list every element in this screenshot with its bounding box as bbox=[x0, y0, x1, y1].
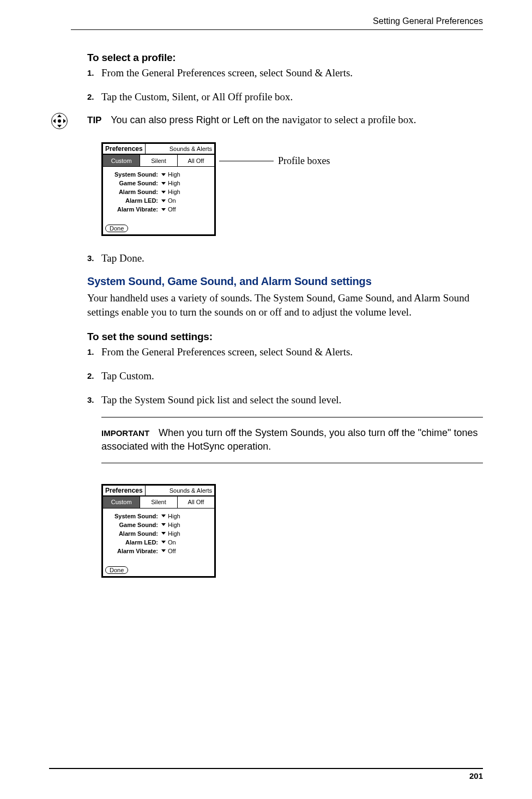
step-number: 2. bbox=[87, 369, 101, 383]
setting-value[interactable]: High bbox=[168, 530, 180, 537]
dropdown-icon[interactable] bbox=[161, 208, 166, 211]
running-header: Setting General Preferences bbox=[71, 16, 483, 30]
setting-label: System Sound: bbox=[106, 513, 158, 519]
screenshot-sounds-alerts: Preferences Sounds & Alerts Custom Silen… bbox=[101, 142, 216, 236]
setting-label: Alarm Vibrate: bbox=[106, 206, 158, 213]
dropdown-icon[interactable] bbox=[161, 541, 166, 543]
mockup-screen-title: Sounds & Alerts bbox=[146, 146, 214, 152]
page-footer: 201 bbox=[49, 768, 483, 780]
setting-value[interactable]: Off bbox=[168, 548, 176, 554]
important-label: IMPORTANT bbox=[101, 428, 149, 438]
tab-all-off[interactable]: All Off bbox=[178, 155, 214, 166]
setting-value[interactable]: On bbox=[168, 539, 176, 546]
navigator-icon bbox=[51, 113, 68, 129]
done-button[interactable]: Done bbox=[105, 225, 128, 232]
tab-silent[interactable]: Silent bbox=[140, 497, 177, 508]
page-number: 201 bbox=[469, 771, 483, 780]
section-heading-sound-settings: System Sound, Game Sound, and Alarm Soun… bbox=[87, 275, 483, 288]
tip-text: TIP You can also press Right or Left on … bbox=[87, 114, 416, 126]
procedure-heading-set-sound: To set the sound settings: bbox=[87, 331, 483, 343]
setting-label: Alarm Sound: bbox=[106, 189, 158, 195]
callout-profile-boxes: Profile boxes bbox=[219, 155, 330, 167]
screenshot-sounds-alerts-2: Preferences Sounds & Alerts Custom Silen… bbox=[101, 484, 216, 578]
setting-value[interactable]: High bbox=[168, 522, 180, 528]
setting-value[interactable]: High bbox=[168, 171, 180, 178]
step-number: 1. bbox=[87, 66, 101, 80]
step-text: From the General Preferences screen, sel… bbox=[101, 345, 483, 359]
dropdown-icon[interactable] bbox=[161, 191, 166, 193]
step-text: Tap the System Sound pick list and selec… bbox=[101, 393, 483, 407]
step-text: Tap Done. bbox=[101, 251, 483, 265]
setting-label: Alarm LED: bbox=[106, 539, 158, 546]
setting-label: Alarm Sound: bbox=[106, 530, 158, 537]
setting-label: Game Sound: bbox=[106, 180, 158, 186]
step-text: Tap the Custom, Silent, or All Off profi… bbox=[101, 90, 483, 104]
section-paragraph: Your handheld uses a variety of sounds. … bbox=[87, 291, 483, 319]
mockup-screen-title: Sounds & Alerts bbox=[146, 487, 214, 494]
setting-value[interactable]: High bbox=[168, 189, 180, 195]
dropdown-icon[interactable] bbox=[161, 182, 166, 185]
step-number: 1. bbox=[87, 345, 101, 359]
setting-value[interactable]: On bbox=[168, 197, 176, 204]
tip-label: TIP bbox=[87, 115, 101, 125]
dropdown-icon[interactable] bbox=[161, 532, 166, 535]
setting-value[interactable]: High bbox=[168, 513, 180, 519]
step-number: 3. bbox=[87, 251, 101, 265]
dropdown-icon[interactable] bbox=[161, 523, 166, 526]
dropdown-icon[interactable] bbox=[161, 514, 166, 517]
dropdown-icon[interactable] bbox=[161, 199, 166, 202]
important-text: When you turn off the System Sounds, you… bbox=[101, 427, 478, 452]
step-number: 3. bbox=[87, 393, 101, 407]
dropdown-icon[interactable] bbox=[161, 549, 166, 552]
tab-custom[interactable]: Custom bbox=[103, 155, 140, 166]
procedure-heading-select-profile: To select a profile: bbox=[87, 52, 483, 64]
setting-value[interactable]: Off bbox=[168, 206, 176, 213]
tab-all-off[interactable]: All Off bbox=[178, 497, 214, 508]
done-button[interactable]: Done bbox=[105, 566, 128, 574]
setting-label: Alarm LED: bbox=[106, 197, 158, 204]
tab-custom[interactable]: Custom bbox=[103, 497, 140, 508]
setting-value[interactable]: High bbox=[168, 180, 180, 186]
dropdown-icon[interactable] bbox=[161, 173, 166, 176]
setting-label: Game Sound: bbox=[106, 522, 158, 528]
mockup-app-title: Preferences bbox=[103, 144, 146, 154]
important-note: IMPORTANT When you turn off the System S… bbox=[101, 417, 483, 463]
step-number: 2. bbox=[87, 90, 101, 104]
step-text: From the General Preferences screen, sel… bbox=[101, 66, 483, 80]
mockup-app-title: Preferences bbox=[103, 486, 146, 495]
tab-silent[interactable]: Silent bbox=[140, 155, 177, 166]
setting-label: System Sound: bbox=[106, 171, 158, 178]
setting-label: Alarm Vibrate: bbox=[106, 548, 158, 554]
step-text: Tap Custom. bbox=[101, 369, 483, 383]
